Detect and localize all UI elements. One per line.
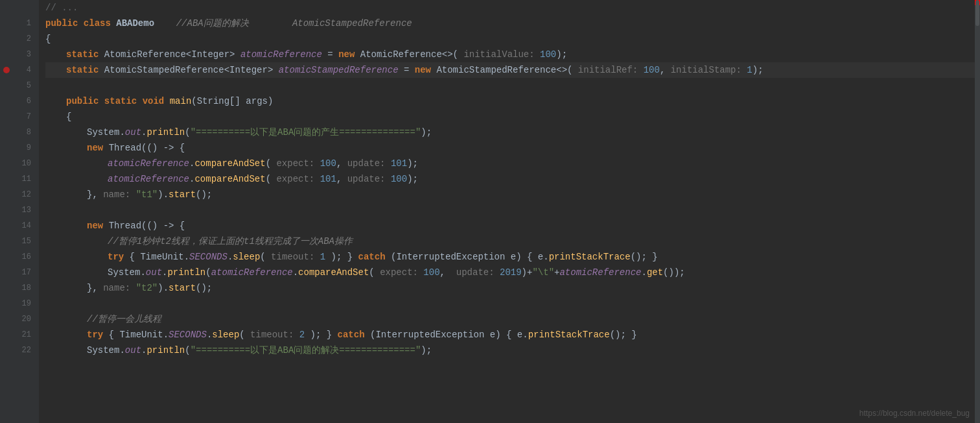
- code-line: System.out.println(atomicReference.compa…: [45, 265, 975, 280]
- code-line: }, name: "t1").start();: [45, 187, 975, 202]
- code-editor: 1 2 3 4 5 6 7 8 9 10 11 12 13 14 15 16 1…: [0, 0, 980, 423]
- code-line: try { TimeUnit.SECONDS.sleep( timeout: 1…: [45, 249, 975, 265]
- code-line: {: [45, 109, 975, 125]
- line-num: 21: [13, 327, 35, 343]
- line-num: 16: [13, 249, 35, 265]
- line-num: 5: [13, 78, 35, 93]
- code-line: {: [45, 31, 975, 47]
- line-num: 10: [13, 156, 35, 171]
- line-num: 13: [13, 202, 35, 218]
- code-line: try { TimeUnit.SECONDS.sleep( timeout: 2…: [45, 327, 975, 343]
- line-num: 17: [13, 265, 35, 280]
- code-line: System.out.println("==========以下是ABA问题的产…: [45, 125, 975, 140]
- line-num: 8: [13, 125, 35, 140]
- code-line: atomicReference.compareAndSet( expect: 1…: [45, 171, 975, 187]
- code-line: // ...: [45, 0, 975, 16]
- scrollbar[interactable]: [975, 0, 980, 423]
- breakpoint-gutter: [0, 0, 13, 423]
- line-num: 1: [13, 16, 35, 31]
- line-num: 18: [13, 280, 35, 296]
- code-content: // ... public class ABADemo //ABA问题的解决 A…: [39, 0, 975, 423]
- line-num: 15: [13, 234, 35, 249]
- line-num: 22: [13, 343, 35, 358]
- line-number-gutter: 1 2 3 4 5 6 7 8 9 10 11 12 13 14 15 16 1…: [13, 0, 39, 423]
- code-line: System.out.println("==========以下是ABA问题的解…: [45, 343, 975, 358]
- line-num: 11: [13, 171, 35, 187]
- code-line: new Thread(() -> {: [45, 140, 975, 156]
- line-num: 7: [13, 109, 35, 125]
- code-line: atomicReference.compareAndSet( expect: 1…: [45, 156, 975, 171]
- code-line: [45, 296, 975, 311]
- line-num: 4: [13, 62, 35, 78]
- watermark: https://blog.csdn.net/delete_bug: [859, 409, 970, 418]
- code-line: }, name: "t2").start();: [45, 280, 975, 296]
- code-line: //暂停1秒钟t2线程，保证上面的t1线程完成了一次ABA操作: [45, 234, 975, 249]
- breakpoint-dot: [3, 67, 10, 73]
- code-line: public class ABADemo //ABA问题的解决 AtomicSt…: [45, 16, 975, 31]
- code-line: public static void main(String[] args): [45, 93, 975, 109]
- line-num: 20: [13, 311, 35, 327]
- line-num: 12: [13, 187, 35, 202]
- line-num: 6: [13, 93, 35, 109]
- line-num: 9: [13, 140, 35, 156]
- scrollbar-thumb[interactable]: [975, 0, 979, 26]
- line-num: 2: [13, 31, 35, 47]
- code-line: //暂停一会儿线程: [45, 311, 975, 327]
- code-line: [45, 202, 975, 218]
- code-line: static AtomicStampedReference<Integer> a…: [45, 62, 975, 78]
- code-line: [45, 78, 975, 93]
- line-num: [13, 0, 35, 16]
- line-num: 14: [13, 218, 35, 234]
- line-num: 19: [13, 296, 35, 311]
- code-line: static AtomicReference<Integer> atomicRe…: [45, 47, 975, 62]
- line-num: 3: [13, 47, 35, 62]
- code-line: new Thread(() -> {: [45, 218, 975, 234]
